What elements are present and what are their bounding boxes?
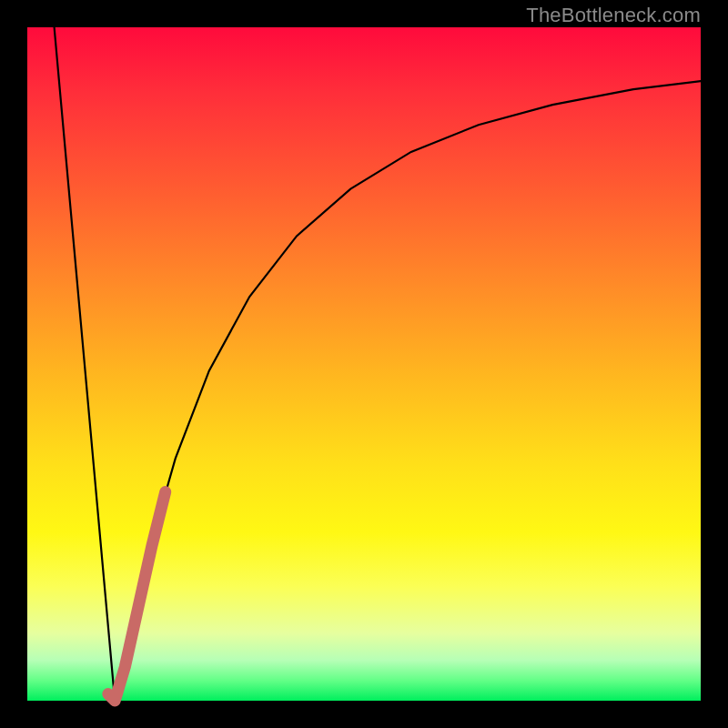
plot-area xyxy=(27,27,701,701)
chart-frame: TheBottleneck.com xyxy=(0,0,728,728)
watermark-label: TheBottleneck.com xyxy=(526,4,701,27)
